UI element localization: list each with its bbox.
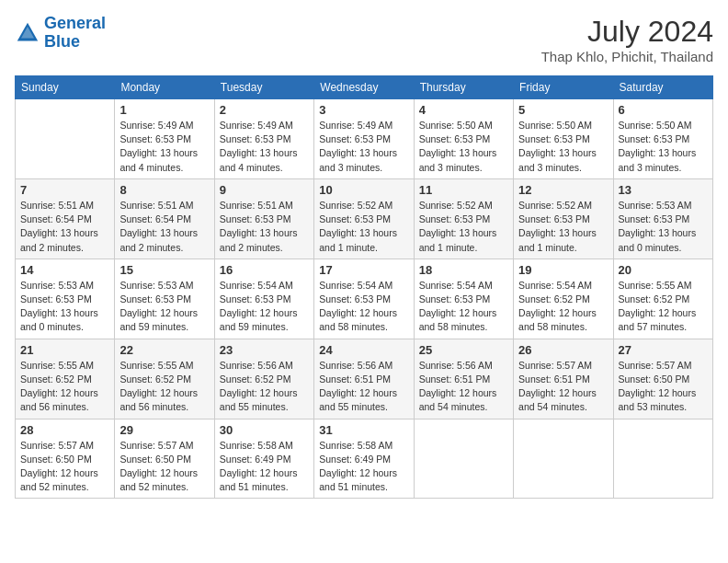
- day-info: Sunrise: 5:49 AM Sunset: 6:53 PM Dayligh…: [319, 119, 408, 175]
- calendar-cell: 28Sunrise: 5:57 AM Sunset: 6:50 PM Dayli…: [16, 419, 115, 499]
- day-number: 20: [619, 263, 708, 277]
- day-number: 18: [419, 263, 508, 277]
- day-info: Sunrise: 5:55 AM Sunset: 6:52 PM Dayligh…: [619, 279, 708, 335]
- weekday-header: Monday: [115, 76, 214, 99]
- day-number: 9: [220, 183, 309, 197]
- calendar-cell: [16, 99, 115, 179]
- day-number: 26: [518, 343, 608, 357]
- day-number: 24: [319, 343, 408, 357]
- day-info: Sunrise: 5:51 AM Sunset: 6:53 PM Dayligh…: [220, 199, 309, 255]
- calendar-cell: 13Sunrise: 5:53 AM Sunset: 6:53 PM Dayli…: [613, 178, 712, 259]
- day-info: Sunrise: 5:50 AM Sunset: 6:53 PM Dayligh…: [419, 119, 508, 175]
- day-number: 22: [119, 343, 209, 357]
- weekday-header: Friday: [514, 76, 613, 99]
- day-info: Sunrise: 5:53 AM Sunset: 6:53 PM Dayligh…: [20, 279, 109, 335]
- calendar-cell: 3Sunrise: 5:49 AM Sunset: 6:53 PM Daylig…: [314, 99, 414, 179]
- day-number: 12: [518, 183, 608, 197]
- calendar-cell: 1Sunrise: 5:49 AM Sunset: 6:53 PM Daylig…: [115, 99, 214, 179]
- day-info: Sunrise: 5:55 AM Sunset: 6:52 PM Dayligh…: [20, 359, 109, 415]
- logo-text: General Blue: [44, 15, 106, 52]
- calendar-cell: 9Sunrise: 5:51 AM Sunset: 6:53 PM Daylig…: [214, 178, 313, 259]
- calendar-cell: 6Sunrise: 5:50 AM Sunset: 6:53 PM Daylig…: [613, 99, 712, 179]
- day-info: Sunrise: 5:54 AM Sunset: 6:53 PM Dayligh…: [419, 279, 508, 335]
- day-info: Sunrise: 5:53 AM Sunset: 6:53 PM Dayligh…: [619, 199, 708, 255]
- calendar-cell: 29Sunrise: 5:57 AM Sunset: 6:50 PM Dayli…: [115, 419, 214, 499]
- calendar-cell: 23Sunrise: 5:56 AM Sunset: 6:52 PM Dayli…: [214, 339, 313, 419]
- day-info: Sunrise: 5:57 AM Sunset: 6:50 PM Dayligh…: [119, 439, 209, 495]
- day-number: 14: [20, 263, 109, 277]
- calendar-cell: 16Sunrise: 5:54 AM Sunset: 6:53 PM Dayli…: [214, 259, 313, 339]
- calendar-cell: 18Sunrise: 5:54 AM Sunset: 6:53 PM Dayli…: [414, 259, 513, 339]
- calendar-cell: [613, 419, 712, 499]
- weekday-header: Sunday: [16, 76, 115, 99]
- logo-line2: Blue: [44, 32, 80, 51]
- calendar-cell: 15Sunrise: 5:53 AM Sunset: 6:53 PM Dayli…: [115, 259, 214, 339]
- day-number: 3: [319, 103, 408, 117]
- day-number: 2: [220, 103, 309, 117]
- calendar-cell: 27Sunrise: 5:57 AM Sunset: 6:50 PM Dayli…: [613, 339, 712, 419]
- calendar-week-row: 28Sunrise: 5:57 AM Sunset: 6:50 PM Dayli…: [16, 419, 713, 499]
- day-info: Sunrise: 5:52 AM Sunset: 6:53 PM Dayligh…: [319, 199, 408, 255]
- weekday-header-row: SundayMondayTuesdayWednesdayThursdayFrid…: [16, 76, 713, 99]
- calendar-cell: 5Sunrise: 5:50 AM Sunset: 6:53 PM Daylig…: [514, 99, 613, 179]
- calendar-cell: 25Sunrise: 5:56 AM Sunset: 6:51 PM Dayli…: [414, 339, 513, 419]
- day-info: Sunrise: 5:58 AM Sunset: 6:49 PM Dayligh…: [220, 439, 309, 495]
- day-number: 30: [220, 423, 309, 437]
- weekday-header: Thursday: [414, 76, 513, 99]
- month-year: July 2024: [541, 15, 713, 49]
- day-info: Sunrise: 5:53 AM Sunset: 6:53 PM Dayligh…: [119, 279, 209, 335]
- day-info: Sunrise: 5:49 AM Sunset: 6:53 PM Dayligh…: [119, 119, 209, 175]
- logo-icon: [15, 20, 40, 46]
- day-info: Sunrise: 5:56 AM Sunset: 6:51 PM Dayligh…: [319, 359, 408, 415]
- calendar-week-row: 1Sunrise: 5:49 AM Sunset: 6:53 PM Daylig…: [16, 99, 713, 179]
- day-info: Sunrise: 5:50 AM Sunset: 6:53 PM Dayligh…: [619, 119, 708, 175]
- weekday-header: Tuesday: [214, 76, 313, 99]
- day-info: Sunrise: 5:57 AM Sunset: 6:51 PM Dayligh…: [518, 359, 608, 415]
- day-number: 5: [518, 103, 608, 117]
- logo-line1: General: [44, 14, 106, 32]
- day-number: 6: [619, 103, 708, 117]
- day-number: 16: [220, 263, 309, 277]
- day-number: 29: [119, 423, 209, 437]
- weekday-header: Wednesday: [314, 76, 414, 99]
- day-info: Sunrise: 5:54 AM Sunset: 6:52 PM Dayligh…: [518, 279, 608, 335]
- day-info: Sunrise: 5:52 AM Sunset: 6:53 PM Dayligh…: [419, 199, 508, 255]
- day-info: Sunrise: 5:51 AM Sunset: 6:54 PM Dayligh…: [20, 199, 109, 255]
- calendar-week-row: 14Sunrise: 5:53 AM Sunset: 6:53 PM Dayli…: [16, 259, 713, 339]
- day-info: Sunrise: 5:49 AM Sunset: 6:53 PM Dayligh…: [220, 119, 309, 175]
- calendar-cell: 4Sunrise: 5:50 AM Sunset: 6:53 PM Daylig…: [414, 99, 513, 179]
- day-info: Sunrise: 5:55 AM Sunset: 6:52 PM Dayligh…: [119, 359, 209, 415]
- calendar-cell: 21Sunrise: 5:55 AM Sunset: 6:52 PM Dayli…: [16, 339, 115, 419]
- day-number: 19: [518, 263, 608, 277]
- day-number: 21: [20, 343, 109, 357]
- day-info: Sunrise: 5:56 AM Sunset: 6:51 PM Dayligh…: [419, 359, 508, 415]
- day-info: Sunrise: 5:57 AM Sunset: 6:50 PM Dayligh…: [20, 439, 109, 495]
- weekday-header: Saturday: [613, 76, 712, 99]
- day-number: 11: [419, 183, 508, 197]
- day-number: 27: [619, 343, 708, 357]
- location: Thap Khlo, Phichit, Thailand: [541, 49, 713, 64]
- day-number: 4: [419, 103, 508, 117]
- calendar-cell: 8Sunrise: 5:51 AM Sunset: 6:54 PM Daylig…: [115, 178, 214, 259]
- day-info: Sunrise: 5:52 AM Sunset: 6:53 PM Dayligh…: [518, 199, 608, 255]
- calendar-cell: 31Sunrise: 5:58 AM Sunset: 6:49 PM Dayli…: [314, 419, 414, 499]
- calendar-cell: 11Sunrise: 5:52 AM Sunset: 6:53 PM Dayli…: [414, 178, 513, 259]
- calendar-week-row: 7Sunrise: 5:51 AM Sunset: 6:54 PM Daylig…: [16, 178, 713, 259]
- calendar-table: SundayMondayTuesdayWednesdayThursdayFrid…: [15, 75, 713, 499]
- logo: General Blue: [15, 15, 106, 52]
- calendar-cell: 30Sunrise: 5:58 AM Sunset: 6:49 PM Dayli…: [214, 419, 313, 499]
- calendar-cell: 17Sunrise: 5:54 AM Sunset: 6:53 PM Dayli…: [314, 259, 414, 339]
- calendar-cell: 24Sunrise: 5:56 AM Sunset: 6:51 PM Dayli…: [314, 339, 414, 419]
- calendar-cell: 22Sunrise: 5:55 AM Sunset: 6:52 PM Dayli…: [115, 339, 214, 419]
- day-info: Sunrise: 5:51 AM Sunset: 6:54 PM Dayligh…: [119, 199, 209, 255]
- title-section: July 2024 Thap Khlo, Phichit, Thailand: [541, 15, 713, 64]
- day-number: 23: [220, 343, 309, 357]
- page-header: General Blue July 2024 Thap Khlo, Phichi…: [15, 15, 713, 64]
- day-info: Sunrise: 5:54 AM Sunset: 6:53 PM Dayligh…: [220, 279, 309, 335]
- day-info: Sunrise: 5:57 AM Sunset: 6:50 PM Dayligh…: [619, 359, 708, 415]
- day-info: Sunrise: 5:56 AM Sunset: 6:52 PM Dayligh…: [220, 359, 309, 415]
- calendar-week-row: 21Sunrise: 5:55 AM Sunset: 6:52 PM Dayli…: [16, 339, 713, 419]
- day-number: 28: [20, 423, 109, 437]
- calendar-cell: 2Sunrise: 5:49 AM Sunset: 6:53 PM Daylig…: [214, 99, 313, 179]
- day-number: 1: [119, 103, 209, 117]
